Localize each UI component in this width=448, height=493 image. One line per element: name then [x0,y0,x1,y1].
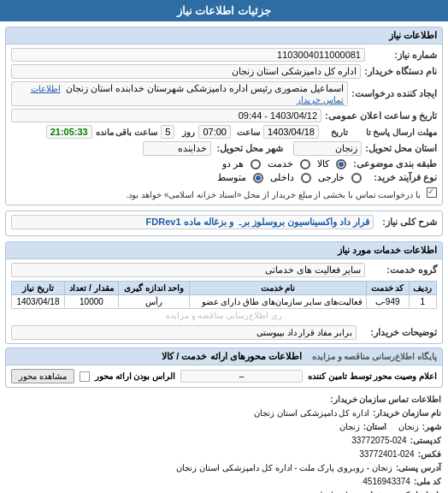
th-qty: مقدار / تعداد [64,282,118,295]
requester-label: نام دستگاه خریدار: [364,66,437,77]
budget-section: پایگاه اطلاع‌رسانی مناقصه و مزایده اطلاع… [5,347,443,388]
budget-row: اعلام وصیت محور توسط تامین کننده – الراس… [6,365,442,387]
day-value: 5 [161,125,174,139]
order-number-row: شماره نیاز: 1103004011000081 [11,48,437,62]
delivery-label: استان محل تحویل: [365,143,437,154]
date2-value: 1403/04/18 [263,125,319,139]
province-label: استان: [363,420,386,434]
khadamat-radio[interactable] [300,159,310,169]
org-value: اداره کل دامپزشکی استان زنجان [254,407,369,420]
address-row: آدرس پستی: زنجان - روبروی پارک ملت - ادا… [7,461,441,475]
row-name: فعالیت‌های سایر سازمان‌های طاق دارای عضو [190,295,366,309]
postal-row: کدپستی: 33772075-024 [7,434,441,448]
contact-title-row: اطلاعات تماس سازمان خریدار: [7,393,441,407]
row-num: 1 [409,295,436,309]
applicant-contact-value: اسماعیل [316,489,348,493]
row-code: 949-ب [366,295,409,309]
page-title: جزئیات اطلاعات نیاز [177,4,271,17]
send-date-row: مهلت ارسال پاسخ تا تاریخ 1403/04/18 ساعت… [11,125,437,139]
table-header-row: ردیف کد خدمت نام خدمت واحد اندازه گیری م… [12,282,437,295]
budget-title: پایگاه اطلاع‌رسانی مناقصه و مزایده اطلاع… [6,348,442,365]
service-table: ردیف کد خدمت نام خدمت واحد اندازه گیری م… [11,281,437,309]
time-label: ساعت [234,128,260,137]
dakheli-label: داخلی [270,172,294,183]
city-label: شهر محل تحویل: [215,143,283,154]
send-date-label: مهلت ارسال پاسخ تا [351,128,437,137]
day-label: روز [178,128,195,137]
subject-label: شرح کلی نیاز: [377,217,437,228]
date-label: تاریخ و ساعت اعلان عمومی: [325,110,437,122]
fax-label: فکس: [418,448,441,461]
purchase-type-row: نوع فرآیند خرید: خارجی داخلی متوسط [11,172,437,183]
row-unit: رأس [119,295,190,309]
requester-value: اداره کل دامپزشکی استان زنجان [11,64,361,79]
top-section-body: شماره نیاز: 1103004011000081 نام دستگاه … [6,45,442,205]
national-id-row: کد ملی: 4516943374 [7,475,441,489]
top-info-section: اطلاعات نیاز شماره نیاز: 110300401100008… [5,27,443,205]
description-row: توضیحات خریدار: برابر مفاد قرار داد بپیو… [11,325,437,340]
applicant-value: اسماعیل منصوری رئیس اداره دامپزشکی شهرست… [11,81,348,106]
note-checkbox[interactable] [427,187,437,198]
applicant-label: ایجاد کننده درخواست: [351,88,437,99]
row-qty: 10000 [64,295,118,309]
order-number-value: 1103004011000081 [11,48,365,62]
fax-row: فکس: 33772401-024 [7,448,441,461]
th-date: تاریخ نیاز [12,282,65,295]
th-row-num: ردیف [409,282,436,295]
national-id-value: 4516943374 [363,475,410,489]
date-value: 1403/04/12 - 09:44 [11,109,321,122]
row-date: 1403/04/18 [12,295,65,309]
subject-value: قرار داد واکسیناسیون بروسلوز برہ و بزغال… [11,215,374,229]
order-number-label: شماره نیاز: [368,50,437,61]
province-value: زنجان [339,420,360,434]
product-type-row: طبقه بندی موضوعی: کالا خدمت هر دو [11,158,437,169]
org-label: نام سازمان خریدار: [373,407,441,420]
org-row: نام سازمان خریدار: اداره کل دامپزشکی است… [7,407,441,420]
motavaset-radio[interactable] [253,173,263,183]
date2-label: تاریخ [322,128,348,137]
city-contact-label: شهر: [422,420,441,434]
product-type-label: طبقه بندی موضوعی: [353,158,437,169]
subject-body: شرح کلی نیاز: قرار داد واکسیناسیون بروسل… [6,211,442,235]
time-value: 07:00 [198,125,231,139]
budget-col1-label: اعلام وصیت محور توسط تامین کننده [308,371,437,381]
remaining-value: 21:05:33 [46,125,92,139]
purchase-type-label: نوع فرآیند خرید: [368,172,437,183]
budget-checkbox[interactable] [80,371,90,382]
applicant-contact-row: نام ایجاد کننده درخواست: اسماعیل [7,489,441,493]
kala-label: کالا [317,158,329,169]
service-section-title: اطلاعات خدمات مورد نیاز [6,242,442,259]
kala-radio[interactable] [336,159,346,169]
budget-col2-label: الراس بودن ارائه محور [95,371,175,381]
postal-label: کدپستی: [410,434,441,448]
watermark: ری اطلاع‌رسانی مناقصه و مزایده [11,309,437,322]
group-value: سایر فعالیت های خدماتی [11,263,365,277]
description-value: برابر مفاد قرار داد بپیوستی [11,325,357,340]
subject-section: شرح کلی نیاز: قرار داد واکسیناسیون بروسل… [5,211,443,236]
motavaset-label: متوسط [217,172,246,183]
dakheli-radio[interactable] [301,173,311,183]
both-label: هر دو [222,158,244,169]
th-name: نام خدمت [190,282,366,295]
top-section-title: اطلاعات نیاز [6,27,442,45]
fax-value: 33772401-024 [359,448,415,461]
kharji-radio[interactable] [351,173,362,183]
subject-row: شرح کلی نیاز: قرار داد واکسیناسیون بروسل… [11,215,437,229]
description-label: توضیحات خریدار: [360,327,437,338]
both-radio[interactable] [251,159,261,169]
page-header: جزئیات اطلاعات نیاز [0,0,448,21]
th-unit: واحد اندازه گیری [119,282,190,295]
national-id-label: کد ملی: [414,475,441,489]
table-row: 1 949-ب فعالیت‌های سایر سازمان‌های طاق د… [12,295,437,309]
kharji-label: خارجی [318,172,345,183]
delivery-value: زنجان [293,141,362,156]
view-button[interactable]: مشاهده محور [11,369,74,383]
th-code: کد خدمت [366,282,409,295]
city-value: خدابنده [143,141,211,156]
postal-value: 33772075-024 [351,434,407,448]
delivery-row: استان محل تحویل: زنجان شهر محل تحویل: خد… [11,141,437,156]
service-body: گروه خدمت: سایر فعالیت های خدماتی ردیف ک… [6,259,442,343]
applicant-row: ایجاد کننده درخواست: اسماعیل منصوری رئیس… [11,81,437,106]
service-section: اطلاعات خدمات مورد نیاز گروه خدمت: سایر … [5,241,443,344]
address-value: زنجان - روبروی پارک ملت - اداره کل دامپز… [176,461,392,475]
